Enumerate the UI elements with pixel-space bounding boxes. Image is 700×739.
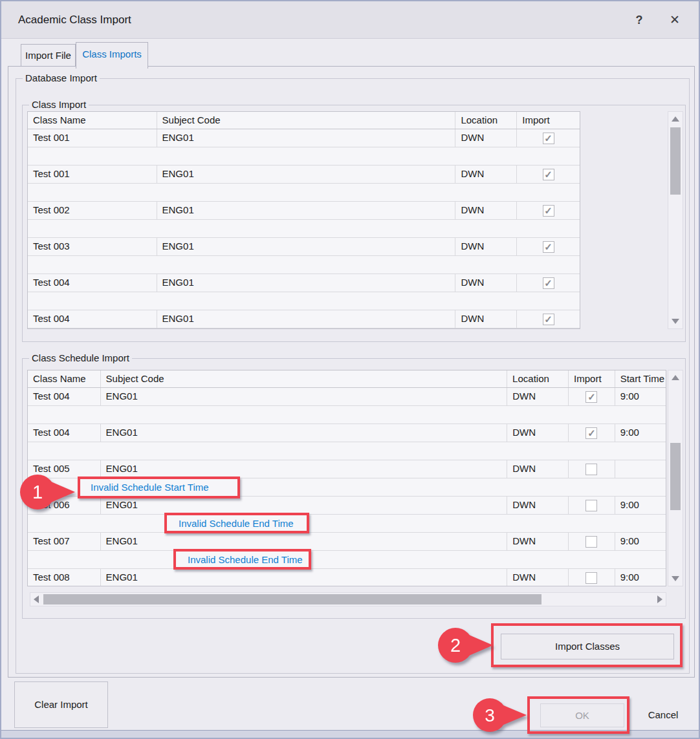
tab-class-imports[interactable]: Class Imports	[76, 42, 148, 69]
import-checkbox[interactable]: ✓	[585, 427, 597, 439]
ok-button[interactable]: OK	[540, 703, 624, 727]
subject-code-cell: ENG01	[157, 166, 456, 183]
column-header[interactable]: Location	[455, 112, 517, 129]
import-checkbox[interactable]: ✓	[585, 391, 597, 403]
location-cell: DWN	[455, 129, 517, 147]
start-time-cell: 9:00	[615, 497, 666, 514]
class-name-cell: Test 001	[28, 166, 157, 183]
location-cell: DWN	[455, 202, 517, 219]
import-checkbox[interactable]	[585, 500, 597, 511]
error-link[interactable]: Invalid Schedule End Time	[179, 515, 294, 533]
cancel-button[interactable]: Cancel	[634, 703, 692, 727]
table-row[interactable]: Test 005ENG01DWN	[28, 460, 666, 478]
import-checkbox[interactable]: ✓	[543, 277, 554, 289]
column-header[interactable]: Class Name	[28, 370, 101, 387]
column-header[interactable]: Subject Code	[101, 370, 508, 387]
error-link[interactable]: Invalid Schedule End Time	[188, 551, 303, 569]
table-spacer-row	[28, 406, 666, 424]
table-row[interactable]: Test 004ENG01DWN✓	[28, 310, 580, 328]
subject-code-cell: ENG01	[157, 274, 456, 292]
clear-import-button[interactable]: Clear Import	[14, 681, 108, 728]
scrollbar-thumb[interactable]	[670, 443, 681, 510]
table-row[interactable]: Test 001ENG01DWN✓	[28, 129, 580, 147]
table-header-row: Class NameSubject CodeLocationImportStar…	[28, 370, 666, 388]
table-row[interactable]: Test 003ENG01DWN✓	[28, 238, 580, 256]
subject-code-cell: ENG01	[101, 424, 508, 442]
import-cell	[569, 569, 615, 586]
subject-code-cell: ENG01	[157, 238, 456, 255]
groupbox-class-schedule-import-label: Class Schedule Import	[29, 352, 132, 363]
scroll-left-icon[interactable]	[34, 595, 39, 603]
column-header[interactable]: Subject Code	[157, 112, 456, 129]
scroll-down-icon[interactable]	[672, 319, 679, 324]
scroll-up-icon[interactable]	[672, 375, 679, 380]
import-cell: ✓	[517, 310, 580, 328]
location-cell: DWN	[455, 310, 517, 328]
groupbox-database-import-label: Database Import	[23, 72, 100, 83]
scrollbar-thumb[interactable]	[670, 127, 681, 195]
import-cell: ✓	[517, 274, 580, 292]
import-checkbox[interactable]: ✓	[543, 241, 554, 253]
class-name-cell: Test 005	[28, 460, 101, 478]
window-title: Academic Class Import	[18, 1, 131, 39]
callout-3-icon: 3	[472, 698, 528, 733]
start-time-cell: 9:00	[615, 424, 666, 442]
import-classes-button[interactable]: Import Classes	[501, 634, 674, 659]
table-row[interactable]: Test 006ENG01DWN9:00	[28, 497, 666, 515]
table-row[interactable]: Test 002ENG01DWN✓	[28, 202, 580, 220]
import-cell: ✓	[517, 238, 580, 255]
table-spacer-row	[28, 220, 580, 238]
class-import-table: Class NameSubject CodeLocationImportTest…	[27, 111, 580, 329]
start-time-cell: 9:00	[615, 533, 666, 550]
title-bar: Academic Class Import ? ✕	[1, 1, 699, 39]
column-header[interactable]: Start Time	[615, 370, 666, 387]
column-header[interactable]: Import	[569, 370, 615, 387]
help-icon[interactable]: ?	[629, 10, 649, 30]
scrollbar-thumb[interactable]	[43, 594, 541, 605]
import-checkbox[interactable]	[585, 464, 597, 475]
table-spacer-row	[28, 292, 580, 310]
scroll-down-icon[interactable]	[672, 576, 679, 581]
schedule-vertical-scrollbar[interactable]	[668, 370, 683, 586]
import-checkbox[interactable]: ✓	[543, 205, 554, 217]
import-cell	[569, 460, 615, 478]
import-checkbox[interactable]	[585, 572, 597, 584]
class-name-cell: Test 004	[28, 274, 157, 292]
subject-code-cell: ENG01	[157, 310, 456, 328]
subject-code-cell: ENG01	[101, 460, 508, 478]
window-footer-strip	[1, 730, 699, 738]
scroll-up-icon[interactable]	[672, 116, 679, 122]
class-name-cell: Test 002	[28, 202, 157, 219]
table-row[interactable]: Test 001ENG01DWN✓	[28, 166, 580, 184]
close-icon[interactable]: ✕	[665, 10, 684, 30]
subject-code-cell: ENG01	[101, 569, 508, 586]
column-header[interactable]: Import	[517, 112, 580, 129]
table-spacer-row: Invalid Schedule End Time	[28, 515, 666, 533]
import-checkbox[interactable]: ✓	[543, 314, 554, 325]
class-name-cell: Test 008	[28, 569, 101, 586]
location-cell: DWN	[455, 238, 517, 255]
import-checkbox[interactable]	[585, 536, 597, 548]
svg-text:3: 3	[485, 705, 495, 725]
table-row[interactable]: Test 007ENG01DWN9:00	[28, 533, 666, 551]
error-link[interactable]: Invalid Schedule Start Time	[91, 478, 209, 497]
schedule-horizontal-scrollbar[interactable]	[30, 592, 666, 606]
column-header[interactable]: Location	[507, 370, 569, 387]
table-row[interactable]: Test 008ENG01DWN9:00	[28, 569, 666, 586]
dialog-window: Academic Class Import ? ✕ Import File Cl…	[0, 0, 700, 739]
class-import-vertical-scrollbar[interactable]	[668, 111, 683, 329]
table-row[interactable]: Test 004ENG01DWN✓9:00	[28, 424, 666, 442]
location-cell: DWN	[507, 533, 569, 550]
column-header[interactable]: Class Name	[28, 112, 157, 129]
table-row[interactable]: Test 004ENG01DWN✓	[28, 274, 580, 292]
tab-import-file[interactable]: Import File	[21, 44, 76, 67]
class-name-cell: Test 007	[28, 533, 101, 550]
location-cell: DWN	[507, 569, 569, 586]
location-cell: DWN	[455, 166, 517, 183]
import-checkbox[interactable]: ✓	[543, 133, 554, 144]
scroll-right-icon[interactable]	[657, 595, 662, 603]
class-name-cell: Test 004	[28, 310, 157, 328]
class-name-cell: Test 004	[28, 424, 101, 442]
table-row[interactable]: Test 004ENG01DWN✓9:00	[28, 388, 666, 406]
import-checkbox[interactable]: ✓	[543, 169, 554, 180]
